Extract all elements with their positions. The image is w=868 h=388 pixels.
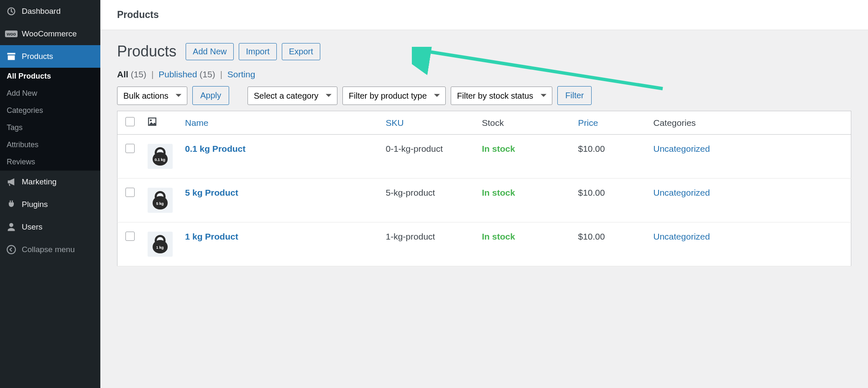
product-sku: 0-1-kg-product	[381, 135, 477, 179]
product-sku: 5-kg-product	[381, 179, 477, 222]
product-name-link[interactable]: 1 kg Product	[185, 232, 238, 241]
product-price: $10.00	[573, 222, 648, 266]
row-checkbox[interactable]	[125, 232, 135, 241]
categories-column-header: Categories	[648, 111, 851, 135]
filter-sorting[interactable]: Sorting	[227, 69, 255, 79]
import-button[interactable]: Import	[239, 43, 277, 60]
sku-column-header[interactable]: SKU	[386, 118, 404, 128]
product-category-link[interactable]: Uncategorized	[654, 144, 710, 153]
product-thumb[interactable]: 5 kg	[148, 188, 173, 213]
product-name-link[interactable]: 5 kg Product	[185, 188, 238, 197]
sidebar-item-plugins[interactable]: Plugins	[0, 193, 100, 216]
sidebar-sub-categories[interactable]: Categories	[0, 102, 100, 119]
user-icon	[6, 222, 17, 232]
sidebar-item-label: Plugins	[22, 200, 48, 209]
product-stock: In stock	[477, 179, 573, 222]
plugin-icon	[6, 199, 17, 210]
filter-published[interactable]: Published (15)	[158, 69, 215, 79]
product-name-link[interactable]: 0.1 kg Product	[185, 144, 246, 153]
sidebar-item-label: Dashboard	[22, 7, 61, 16]
table-row: 1 kg1 kg Product1-kg-productIn stock$10.…	[117, 222, 851, 266]
sidebar-sub-tags[interactable]: Tags	[0, 119, 100, 136]
products-table: Name SKU Stock Price Categories 0.1 kg0.…	[117, 111, 851, 266]
filter-button[interactable]: Filter	[557, 86, 592, 105]
add-new-button[interactable]: Add New	[186, 43, 234, 60]
product-type-select[interactable]: Filter by product type	[342, 87, 446, 105]
archive-icon	[6, 51, 17, 62]
sidebar-item-label: Products	[22, 52, 53, 61]
sidebar-sub-all-products[interactable]: All Products	[0, 68, 100, 85]
apply-button[interactable]: Apply	[192, 86, 229, 105]
product-stock: In stock	[477, 135, 573, 179]
sidebar-item-users[interactable]: Users	[0, 216, 100, 238]
page-title-row: Products Add New Import Export	[117, 43, 851, 60]
product-category-link[interactable]: Uncategorized	[654, 188, 710, 197]
table-row: 0.1 kg0.1 kg Product0-1-kg-productIn sto…	[117, 135, 851, 179]
main-content: Products Products Add New Import Export …	[100, 0, 868, 388]
sidebar-submenu-products: All Products Add New Categories Tags Att…	[0, 68, 100, 171]
sidebar-item-products[interactable]: Products	[0, 45, 100, 68]
product-thumb[interactable]: 0.1 kg	[148, 144, 173, 169]
table-row: 5 kg5 kg Product5-kg-productIn stock$10.…	[117, 179, 851, 222]
admin-sidebar: Dashboard woo WooCommerce Products All P…	[0, 0, 100, 388]
price-column-header[interactable]: Price	[578, 118, 598, 128]
dashboard-icon	[6, 6, 17, 17]
svg-point-0	[7, 245, 15, 254]
sidebar-item-dashboard[interactable]: Dashboard	[0, 0, 100, 23]
filter-all[interactable]: All (15)	[117, 69, 146, 79]
product-sku: 1-kg-product	[381, 222, 477, 266]
sidebar-item-marketing[interactable]: Marketing	[0, 171, 100, 193]
topbar-title: Products	[117, 9, 851, 20]
product-thumb[interactable]: 1 kg	[148, 232, 173, 257]
sidebar-collapse[interactable]: Collapse menu	[0, 238, 100, 261]
name-column-header[interactable]: Name	[185, 118, 209, 128]
row-checkbox[interactable]	[125, 188, 135, 197]
stock-column-header: Stock	[477, 111, 573, 135]
product-price: $10.00	[573, 179, 648, 222]
view-filters: All (15) | Published (15) | Sorting	[117, 69, 851, 79]
sidebar-sub-attributes[interactable]: Attributes	[0, 136, 100, 153]
bulk-actions-select[interactable]: Bulk actions	[117, 87, 187, 105]
select-all-checkbox[interactable]	[125, 117, 135, 126]
collapse-icon	[6, 244, 17, 255]
woocommerce-icon: woo	[6, 28, 17, 39]
export-button[interactable]: Export	[282, 43, 320, 60]
stock-status-select[interactable]: Filter by stock status	[451, 87, 552, 105]
sidebar-item-woocommerce[interactable]: woo WooCommerce	[0, 23, 100, 45]
topbar: Products	[100, 0, 868, 30]
row-checkbox[interactable]	[125, 144, 135, 153]
product-price: $10.00	[573, 135, 648, 179]
product-category-link[interactable]: Uncategorized	[654, 232, 710, 241]
sidebar-sub-add-new[interactable]: Add New	[0, 85, 100, 102]
sidebar-item-label: Users	[22, 222, 43, 232]
page-title: Products	[117, 43, 176, 60]
sidebar-collapse-label: Collapse menu	[22, 245, 75, 254]
category-select[interactable]: Select a category	[248, 87, 337, 105]
sidebar-sub-reviews[interactable]: Reviews	[0, 153, 100, 171]
svg-point-4	[150, 120, 151, 121]
sidebar-item-label: Marketing	[22, 177, 56, 186]
sidebar-item-label: WooCommerce	[22, 29, 77, 38]
product-stock: In stock	[477, 222, 573, 266]
filter-bar: Bulk actions Apply Select a category Fil…	[117, 86, 851, 105]
image-column-icon	[148, 118, 157, 128]
megaphone-icon	[6, 176, 17, 187]
